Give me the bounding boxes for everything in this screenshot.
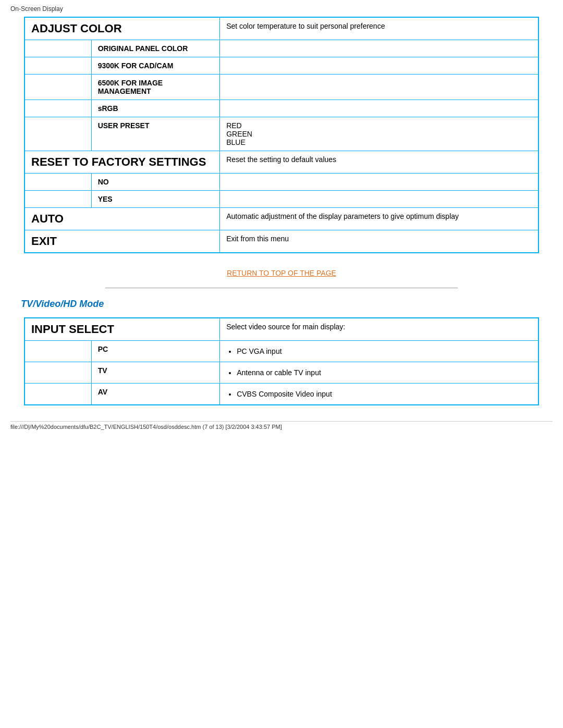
footer: file:///D|/My%20documents/dfu/B2C_TV/ENG… bbox=[10, 421, 553, 430]
input-select-table: INPUT SELECT Select video source for mai… bbox=[24, 317, 539, 405]
empty-cell bbox=[25, 362, 91, 384]
pc-desc: PC VGA input bbox=[220, 341, 538, 362]
user-preset-desc: REDGREENBLUE bbox=[220, 117, 538, 151]
input-select-main-label: INPUT SELECT bbox=[25, 318, 220, 341]
auto-label: AUTO bbox=[25, 208, 220, 230]
av-desc: CVBS Composite Video input bbox=[220, 384, 538, 405]
yes-desc bbox=[220, 191, 538, 208]
srgb-label: sRGB bbox=[91, 100, 220, 117]
original-panel-color-label: ORIGINAL PANEL COLOR bbox=[91, 40, 220, 57]
empty-cell bbox=[25, 40, 91, 57]
exit-desc: Exit from this menu bbox=[220, 230, 538, 253]
yes-label: YES bbox=[91, 191, 220, 208]
9300k-label: 9300K FOR CAD/CAM bbox=[91, 57, 220, 75]
9300k-desc bbox=[220, 57, 538, 75]
tv-desc: Antenna or cable TV input bbox=[220, 362, 538, 384]
adjust-color-table: ADJUST COLOR Set color temperature to su… bbox=[24, 17, 539, 253]
empty-cell bbox=[25, 117, 91, 151]
reset-factory-desc: Reset the setting to default values bbox=[220, 151, 538, 174]
no-desc bbox=[220, 174, 538, 191]
adjust-color-main-label: ADJUST COLOR bbox=[25, 17, 220, 40]
empty-cell bbox=[25, 384, 91, 405]
empty-cell bbox=[25, 57, 91, 75]
section-title: TV/Video/HD Mode bbox=[21, 299, 553, 310]
reset-factory-label: RESET TO FACTORY SETTINGS bbox=[25, 151, 220, 174]
6500k-desc bbox=[220, 75, 538, 100]
auto-desc: Automatic adjustment of the display para… bbox=[220, 208, 538, 230]
adjust-color-description: Set color temperature to suit personal p… bbox=[220, 17, 538, 40]
input-select-description: Select video source for main display: bbox=[220, 318, 538, 341]
empty-cell bbox=[25, 341, 91, 362]
no-label: NO bbox=[91, 174, 220, 191]
exit-label: EXIT bbox=[25, 230, 220, 253]
return-link-container: RETURN TO TOP OF THE PAGE bbox=[10, 269, 553, 277]
empty-cell bbox=[25, 191, 91, 208]
user-preset-label: USER PRESET bbox=[91, 117, 220, 151]
tv-label: TV bbox=[91, 362, 220, 384]
av-label: AV bbox=[91, 384, 220, 405]
return-to-top-link[interactable]: RETURN TO TOP OF THE PAGE bbox=[227, 269, 336, 277]
6500k-label: 6500K FOR IMAGE MANAGEMENT bbox=[91, 75, 220, 100]
empty-cell bbox=[25, 100, 91, 117]
empty-cell bbox=[25, 174, 91, 191]
section-divider bbox=[105, 288, 458, 288]
pc-label: PC bbox=[91, 341, 220, 362]
top-label: On-Screen Display bbox=[10, 5, 553, 13]
original-panel-color-desc bbox=[220, 40, 538, 57]
empty-cell bbox=[25, 75, 91, 100]
srgb-desc bbox=[220, 100, 538, 117]
